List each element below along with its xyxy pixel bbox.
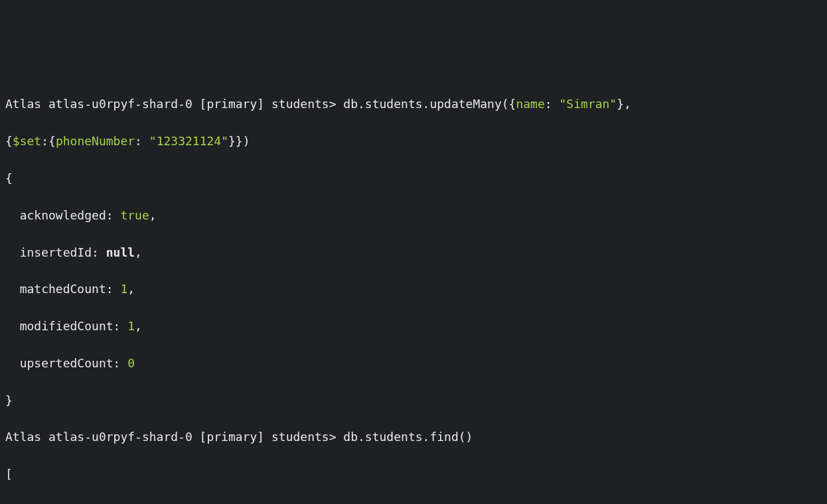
result-acknowledged: acknowledged: true, [5,206,822,225]
cmd-line-1: Atlas atlas-u0rpyf-shard-0 [primary] stu… [5,95,822,113]
result-modified-count: modifiedCount: 1, [5,317,822,336]
result-matched-count: matchedCount: 1, [5,280,822,298]
result-open-brace: { [5,169,822,188]
cmd-line-2: {$set:{phoneNumber: "123321124"}}) [5,132,822,151]
result-inserted-id: insertedId: null, [5,243,822,262]
result-upserted-count: upsertedCount: 0 [5,354,822,373]
result-close-brace: } [5,391,822,410]
array-open: [ [5,465,822,483]
terminal-output[interactable]: Atlas atlas-u0rpyf-shard-0 [primary] stu… [5,77,822,504]
cmd-line-find: Atlas atlas-u0rpyf-shard-0 [primary] stu… [5,428,822,446]
